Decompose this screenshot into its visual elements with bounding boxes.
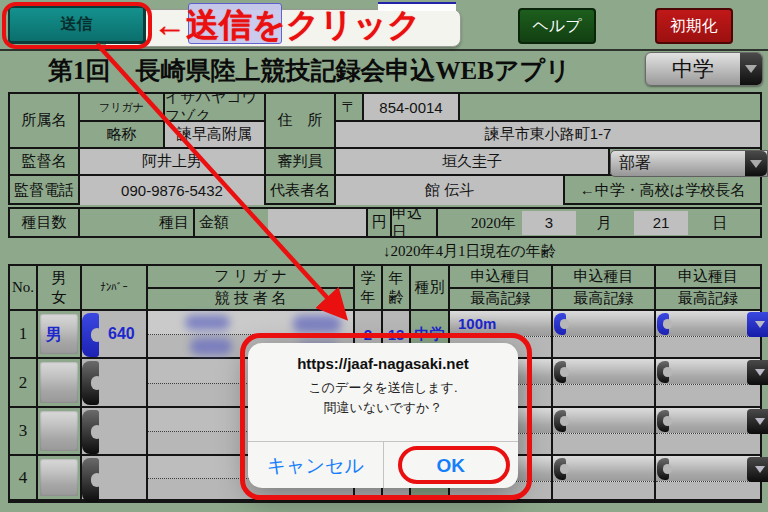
coach-input[interactable]: 阿井上男: [80, 149, 266, 176]
header-category: 種別: [411, 266, 450, 311]
row2-no: 2: [10, 359, 38, 408]
number-tab-icon: [82, 458, 99, 502]
postal-spare-cell: [460, 94, 760, 122]
row4-record3-input[interactable]: [656, 482, 760, 499]
amount-label: 金額: [195, 209, 268, 236]
amount-input[interactable]: [268, 209, 368, 236]
annotation-box-send: [2, 2, 152, 49]
row2-event2-select[interactable]: [553, 359, 656, 408]
row2-number-input[interactable]: [82, 359, 148, 408]
short-name-label: 略称: [80, 122, 165, 149]
header-sex: 男女: [38, 266, 82, 311]
blurred-furigana: [293, 315, 341, 333]
postal-code-input[interactable]: 854-0014: [364, 94, 460, 122]
row3-number-input[interactable]: [82, 408, 148, 456]
header-grade: 学年: [355, 266, 383, 311]
row4-dropdown-button[interactable]: [747, 457, 768, 482]
chevron-down-icon: [755, 418, 765, 425]
club-info-form: 所属名 フリガナ イサハヤコウフゾク 住 所 〒 854-0014 略称 諫早高…: [8, 92, 762, 205]
chevron-down-icon: [755, 466, 765, 473]
chevron-down-icon: [745, 65, 757, 73]
reset-button[interactable]: 初期化: [655, 8, 733, 44]
chevron-down-icon: [755, 321, 765, 328]
row2-dropdown-button[interactable]: [747, 360, 768, 385]
select-tab-icon: [554, 361, 566, 383]
select-tab-icon: [657, 410, 669, 432]
blurred-furigana: [185, 315, 230, 330]
postal-mark: 〒: [336, 94, 364, 122]
address-input[interactable]: 諫早市東小路町1-7: [336, 122, 760, 149]
row1-event2-select[interactable]: [553, 311, 656, 359]
row4-number-input[interactable]: [82, 456, 148, 501]
table-header-row: No. 男女 ﾅﾝﾊﾞｰ フ リ ガ ナ競 技 者 名 学年 年齢 種別 申込種…: [10, 266, 760, 311]
select-tab-icon: [554, 410, 566, 432]
row2-sex-select[interactable]: [38, 359, 82, 408]
row3-record2-input[interactable]: [553, 434, 654, 454]
number-tab-icon: [82, 313, 99, 357]
number-tab-icon: [82, 410, 99, 454]
annotation-click-send-text: ←送信をクリック: [153, 4, 473, 46]
select-tab-icon: [554, 313, 566, 335]
coach-phone-input[interactable]: 090-9876-5432: [80, 176, 266, 205]
header-event3: 申込種目最高記録: [656, 266, 760, 311]
header-number: ﾅﾝﾊﾞｰ: [82, 266, 148, 311]
row1-event3-select[interactable]: [656, 311, 760, 359]
row1-dropdown-button[interactable]: [747, 312, 768, 337]
help-button[interactable]: ヘルプ: [518, 8, 596, 44]
chevron-down-icon: [750, 160, 762, 168]
row3-no: 3: [10, 408, 38, 456]
row3-dropdown-button[interactable]: [747, 409, 768, 434]
chevron-down-icon: [755, 369, 765, 376]
select-tab-icon: [657, 313, 669, 335]
coach-phone-label: 監督電話: [10, 176, 80, 205]
row3-event3-select[interactable]: [656, 408, 760, 456]
row4-sex-select[interactable]: [38, 456, 82, 501]
apply-month-input[interactable]: 3: [522, 211, 576, 235]
row3-record3-input[interactable]: [656, 434, 760, 454]
age-note: ↓2020年4月1日現在の年齢: [383, 241, 683, 261]
department-select-button[interactable]: [745, 151, 767, 176]
header-event1: 申込種目最高記録: [450, 266, 553, 311]
blurred-name: [190, 338, 232, 355]
address-label: 住 所: [266, 94, 336, 149]
division-select-value: 中学: [672, 55, 714, 83]
toolbar-divider: [0, 49, 768, 51]
row4-record2-input[interactable]: [553, 482, 654, 499]
apply-day-input[interactable]: 21: [634, 211, 688, 235]
row1-sex-select[interactable]: 男: [38, 311, 82, 359]
header-no: No.: [10, 266, 38, 311]
apply-year-text: 2020年: [460, 213, 516, 233]
row4-event2-select[interactable]: [553, 456, 656, 501]
coach-label: 監督名: [10, 149, 80, 176]
furigana-input[interactable]: イサハヤコウフゾク: [165, 94, 266, 122]
representative-input[interactable]: 館 伝斗: [336, 176, 565, 205]
row3-event2-select[interactable]: [553, 408, 656, 456]
row4-event3-select[interactable]: [656, 456, 760, 501]
row3-sex-select[interactable]: [38, 408, 82, 456]
header-event2: 申込種目最高記録: [553, 266, 656, 311]
row1-record3-input[interactable]: [656, 337, 760, 357]
row1-no: 1: [10, 311, 38, 359]
row1-record2-input[interactable]: [553, 337, 654, 357]
division-select-button[interactable]: [740, 53, 762, 85]
event-unit-label: 種目: [80, 209, 195, 236]
short-name-input[interactable]: 諫早高附属: [165, 122, 266, 149]
select-tab-icon: [657, 458, 669, 480]
judge-input[interactable]: 垣久圭子: [336, 149, 610, 176]
judge-label: 審判員: [266, 149, 336, 176]
yen-label: 円: [368, 209, 392, 236]
representative-note: ←中学・高校は学校長名: [565, 176, 760, 205]
row2-record3-input[interactable]: [656, 385, 760, 406]
event-count-form: 種目数 種目 金額 円 申込日 2020年 3 月 21 日: [8, 207, 762, 238]
row1-number-input[interactable]: 640: [82, 311, 148, 359]
row2-event3-select[interactable]: [656, 359, 760, 408]
department-select-value: 部署: [619, 153, 651, 174]
header-age: 年齢: [383, 266, 411, 311]
row4-no: 4: [10, 456, 38, 501]
division-select[interactable]: 中学: [645, 52, 763, 86]
header-name: フ リ ガ ナ競 技 者 名: [148, 266, 355, 311]
department-select[interactable]: 部署: [610, 150, 768, 177]
row2-record2-input[interactable]: [553, 385, 654, 406]
event-count-label: 種目数: [10, 209, 80, 236]
representative-label: 代表者名: [266, 176, 336, 205]
